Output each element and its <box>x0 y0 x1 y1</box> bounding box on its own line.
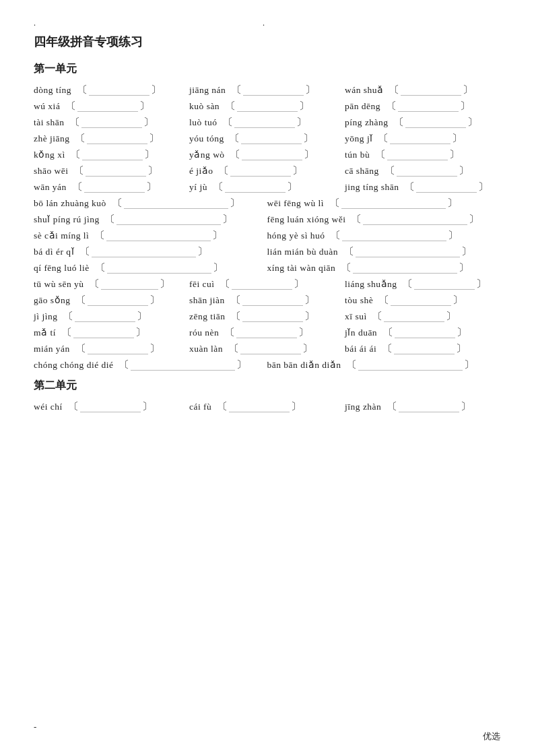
bracket-open: 〔 <box>103 214 116 224</box>
bracket-close: 〕 <box>459 261 471 274</box>
bracket-close: 〕 <box>137 310 149 323</box>
answer-blank <box>242 150 302 160</box>
exercise-row: wéi chí 〔〕 cái fù 〔〕 jīng zhàn 〔〕 <box>34 400 500 414</box>
bracket-close: 〕 <box>302 342 315 355</box>
exercise-row: kǒng xì 〔〕 yǎng wò 〔〕 tún bù 〔〕 <box>34 148 500 162</box>
exercise-item: gāo sǒng 〔〕 <box>34 293 189 307</box>
bracket-close: 〕 <box>453 294 465 307</box>
exercise-item: dòng tíng 〔〕 <box>34 83 189 97</box>
exercise-item: wán shuǎ 〔〕 <box>345 83 500 97</box>
exercise-item: chóng chóng dié dié 〔〕 <box>34 358 267 372</box>
bracket-open: 〔 <box>376 133 389 144</box>
pinyin-text: bái ái ái <box>345 344 376 354</box>
bracket-open: 〔 <box>73 344 86 354</box>
pinyin-text: chóng chóng dié dié <box>34 360 114 371</box>
bracket-open: 〔 <box>228 150 241 160</box>
answer-blank <box>230 166 291 177</box>
exercise-item: qí fēng luó liè 〔〕 <box>34 261 267 275</box>
pinyin-text: róu nèn <box>189 327 219 338</box>
bracket-open: 〔 <box>382 166 395 176</box>
answer-blank <box>394 344 455 354</box>
bracket-close: 〕 <box>464 358 477 371</box>
answer-blank <box>341 198 446 209</box>
bracket-close: 〕 <box>236 358 249 371</box>
pinyin-text: jiāng nán <box>189 85 226 96</box>
exercise-item: yóu tóng 〔〕 <box>189 131 345 146</box>
bracket-close: 〕 <box>142 400 155 413</box>
bracket-close: 〕 <box>446 310 459 323</box>
bracket-open: 〔 <box>385 402 397 412</box>
bracket-open: 〔 <box>63 101 76 111</box>
bracket-close: 〕 <box>460 100 473 113</box>
bracket-close: 〕 <box>222 213 235 226</box>
pinyin-text: mián yán <box>34 344 70 354</box>
exercise-row: wān yán 〔〕 yí jù 〔〕 jing tíng shān 〔〕 <box>34 180 500 194</box>
exercise-item: cā shāng 〔〕 <box>345 164 500 178</box>
pinyin-text: yóu tóng <box>189 133 224 144</box>
pinyin-text: pān dēng <box>345 101 380 112</box>
pinyin-text: cā shāng <box>345 166 379 177</box>
bracket-open: 〔 <box>66 402 79 412</box>
answer-blank <box>398 101 459 112</box>
pinyin-text: dòng tíng <box>34 85 71 96</box>
answer-blank <box>80 402 141 412</box>
pinyin-text: shuǐ píng rú jìng <box>34 214 100 225</box>
bracket-open: 〔 <box>211 182 224 192</box>
exercise-item: bái ái ái 〔〕 <box>345 342 500 356</box>
answer-blank <box>88 295 148 306</box>
pinyin-text: lián mián bù duàn <box>267 247 339 257</box>
pinyin-text: gāo sǒng <box>34 294 71 306</box>
pinyin-text: yōng jǐ <box>345 133 373 144</box>
answer-blank <box>236 327 297 338</box>
pinyin-text: é jiǎo <box>189 165 213 177</box>
exercise-item: kuò sàn 〔〕 <box>189 99 345 113</box>
bracket-close: 〕 <box>469 213 481 226</box>
exercise-row: mǎ tí 〔〕 róu nèn 〔〕 jǐn duān 〔〕 <box>34 325 500 340</box>
answer-blank <box>225 182 286 193</box>
pinyin-text: sè cǎi míng lì <box>34 230 89 241</box>
answer-blank <box>84 182 145 193</box>
pinyin-text: yí jù <box>189 182 207 193</box>
exercise-item: tū wù sēn yù 〔〕 <box>34 277 189 291</box>
pinyin-text: tū wù sēn yù <box>34 279 84 290</box>
bracket-close: 〕 <box>303 132 316 145</box>
answer-blank <box>242 295 303 306</box>
pinyin-text: mǎ tí <box>34 327 56 338</box>
pinyin-text: zēng tiān <box>189 311 226 322</box>
pinyin-text: jīng zhàn <box>345 402 381 412</box>
answer-blank <box>384 311 444 322</box>
answer-blank <box>82 150 143 160</box>
answer-blank <box>237 101 298 112</box>
exercise-row: jì jìng 〔〕 zēng tiān 〔〕 xī suì 〔〕 <box>34 309 500 323</box>
bracket-open: 〔 <box>370 311 383 321</box>
exercise-item: fēng luán xióng wěi 〔〕 <box>267 212 501 226</box>
bracket-open: 〔 <box>74 295 87 305</box>
bracket-close: 〕 <box>304 310 317 323</box>
answer-blank <box>234 117 295 128</box>
exercise-item: yǎng wò 〔〕 <box>189 148 345 162</box>
bracket-close: 〕 <box>463 84 475 96</box>
pinyin-text: kuò sàn <box>189 101 220 112</box>
exercise-item: jiāng nán 〔〕 <box>189 83 345 97</box>
pinyin-text: jing tíng shān <box>345 182 399 193</box>
exercise-row: shuǐ píng rú jìng 〔〕 fēng luán xióng wěi… <box>34 212 500 226</box>
answer-blank <box>241 133 302 144</box>
bracket-open: 〔 <box>329 230 341 241</box>
bracket-close: 〕 <box>139 100 152 113</box>
answer-blank <box>87 133 147 144</box>
answer-blank <box>363 214 467 225</box>
answer-blank <box>124 198 228 209</box>
pinyin-text: cái fù <box>189 402 211 412</box>
answer-blank <box>390 133 450 144</box>
answer-blank <box>401 85 461 96</box>
bracket-open: 〔 <box>229 311 242 321</box>
exercise-item: mǎ tí 〔〕 <box>34 325 189 340</box>
answer-blank <box>89 85 149 96</box>
bracket-close: 〕 <box>230 197 242 210</box>
exercise-item: bān bān diǎn diǎn 〔〕 <box>267 358 501 372</box>
pinyin-text: xuàn làn <box>189 344 223 354</box>
exercise-item: lián mián bù duàn 〔〕 <box>267 245 501 259</box>
bracket-open: 〔 <box>72 166 85 176</box>
bracket-open: 〔 <box>117 360 130 370</box>
bracket-open: 〔 <box>403 182 415 192</box>
